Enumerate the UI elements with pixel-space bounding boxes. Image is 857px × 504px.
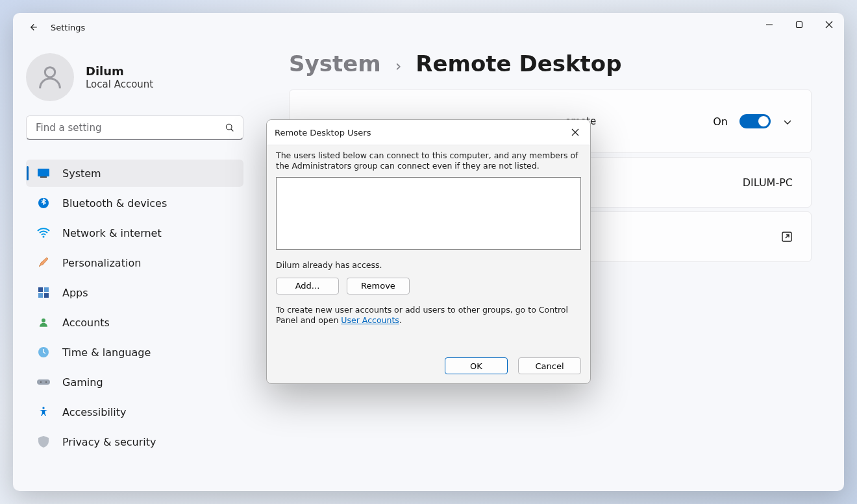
wifi-icon	[36, 226, 51, 240]
expand-button[interactable]	[782, 115, 793, 128]
sidebar-item-label: Accounts	[62, 317, 110, 329]
close-icon	[825, 21, 833, 29]
back-button[interactable]	[21, 16, 44, 39]
sidebar-item-personalization[interactable]: Personalization	[26, 249, 243, 276]
svg-point-2	[45, 67, 55, 77]
svg-rect-5	[40, 176, 47, 178]
accounts-icon	[36, 315, 51, 330]
profile-name: Dilum	[86, 64, 153, 78]
shield-icon	[36, 435, 51, 449]
remote-desktop-toggle[interactable]	[739, 114, 771, 128]
svg-point-15	[40, 381, 42, 383]
svg-point-17	[42, 407, 44, 409]
svg-rect-10	[38, 293, 43, 298]
dialog-description: The users listed below can connect to th…	[276, 150, 581, 172]
accessibility-icon	[36, 405, 51, 419]
close-icon	[571, 128, 579, 136]
window-titlebar: Settings	[13, 13, 844, 42]
sidebar-item-label: Gaming	[62, 376, 103, 389]
toggle-state-text: On	[713, 115, 728, 128]
bluetooth-icon	[36, 196, 51, 210]
dialog-footer: To create new user accounts or add users…	[276, 305, 581, 326]
sidebar-item-label: Time & language	[62, 346, 151, 359]
sidebar-item-label: Network & internet	[62, 227, 162, 239]
sidebar-item-privacy[interactable]: Privacy & security	[26, 428, 243, 455]
page-title: Remote Desktop	[416, 51, 621, 77]
maximize-icon	[795, 21, 803, 29]
gaming-icon	[36, 375, 51, 389]
sidebar-item-gaming[interactable]: Gaming	[26, 368, 243, 396]
sidebar-item-label: System	[62, 167, 101, 180]
user-listbox[interactable]	[276, 177, 581, 250]
profile-account-type: Local Account	[86, 78, 153, 90]
sidebar-item-label: Privacy & security	[62, 436, 156, 448]
avatar	[26, 53, 74, 101]
ok-button[interactable]: OK	[445, 357, 508, 374]
system-icon	[36, 166, 51, 180]
sidebar-item-system[interactable]: System	[26, 160, 243, 187]
close-button[interactable]	[814, 13, 844, 36]
sidebar-item-label: Accessibility	[62, 406, 126, 418]
sidebar-item-label: Apps	[62, 287, 88, 299]
cancel-button[interactable]: Cancel	[518, 357, 581, 374]
svg-rect-4	[38, 169, 49, 176]
breadcrumb-parent[interactable]: System	[289, 51, 381, 77]
paint-icon	[36, 256, 51, 270]
app-title: Settings	[51, 23, 85, 32]
footer-suffix: .	[399, 315, 402, 325]
svg-point-7	[43, 236, 45, 238]
svg-rect-8	[38, 287, 43, 292]
open-link-icon	[781, 231, 793, 243]
dialog-title: Remote Desktop Users	[275, 128, 371, 138]
svg-rect-11	[44, 293, 49, 298]
add-button[interactable]: Add...	[276, 278, 339, 294]
apps-icon	[36, 285, 51, 300]
chevron-right-icon: ›	[395, 57, 402, 75]
sidebar-item-network[interactable]: Network & internet	[26, 219, 243, 246]
search-icon	[225, 123, 235, 133]
remote-desktop-users-dialog: Remote Desktop Users The users listed be…	[266, 119, 591, 384]
svg-point-12	[42, 318, 45, 322]
svg-rect-14	[37, 379, 50, 385]
sidebar-item-time[interactable]: Time & language	[26, 339, 243, 366]
access-note: Dilum already has access.	[276, 260, 581, 270]
svg-point-3	[226, 124, 232, 130]
sidebar-item-label: Bluetooth & devices	[62, 197, 167, 210]
sidebar: Dilum Local Account System Bluetooth & d…	[13, 42, 256, 491]
sidebar-item-bluetooth[interactable]: Bluetooth & devices	[26, 189, 243, 217]
breadcrumb: System › Remote Desktop	[289, 51, 812, 77]
sidebar-item-accessibility[interactable]: Accessibility	[26, 398, 243, 426]
dialog-close-button[interactable]	[560, 120, 590, 145]
sidebar-item-label: Personalization	[62, 257, 141, 269]
maximize-button[interactable]	[784, 13, 814, 36]
sidebar-item-apps[interactable]: Apps	[26, 279, 243, 306]
svg-point-16	[45, 381, 47, 383]
minimize-button[interactable]	[754, 13, 784, 36]
dialog-titlebar: Remote Desktop Users	[267, 120, 590, 145]
user-icon	[35, 62, 65, 92]
minimize-icon	[765, 21, 773, 29]
window-controls	[754, 13, 844, 36]
user-accounts-link[interactable]: User Accounts	[341, 315, 399, 325]
search-box[interactable]	[26, 115, 243, 140]
footer-prefix: To create new user accounts or add users…	[276, 305, 568, 325]
search-input[interactable]	[34, 121, 225, 134]
sidebar-item-accounts[interactable]: Accounts	[26, 309, 243, 336]
pc-name-value: DILUM-PC	[743, 176, 793, 189]
remove-button[interactable]: Remove	[347, 278, 410, 294]
profile-block[interactable]: Dilum Local Account	[26, 53, 243, 101]
svg-rect-1	[797, 22, 802, 28]
chevron-down-icon	[782, 117, 793, 127]
clock-icon	[36, 345, 51, 359]
svg-rect-9	[44, 287, 49, 292]
